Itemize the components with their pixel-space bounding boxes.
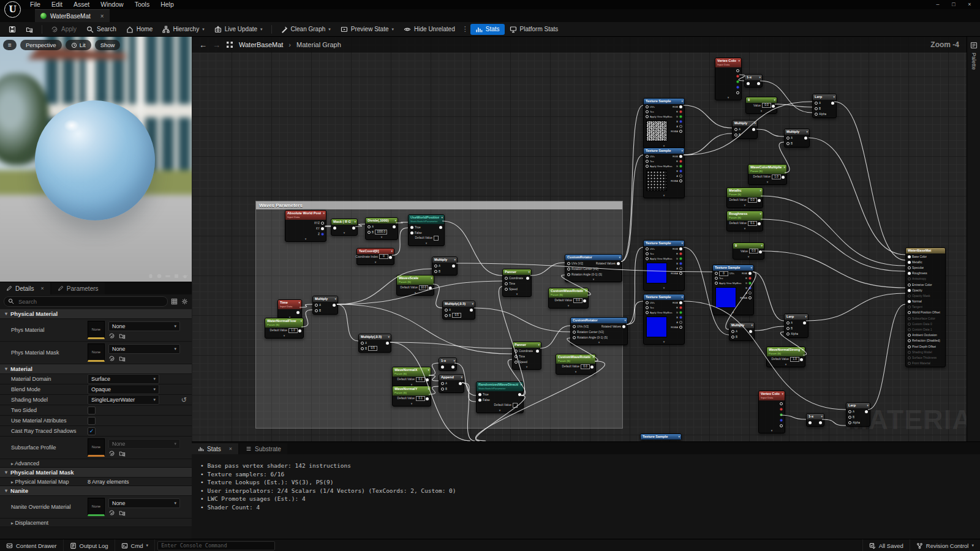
pin[interactable] — [679, 267, 682, 270]
back-arrow-icon[interactable]: ← — [199, 40, 207, 50]
expand-chevron-icon[interactable]: ▾ — [357, 261, 394, 264]
pin[interactable] — [434, 270, 437, 273]
pin[interactable] — [748, 272, 752, 275]
node-header[interactable]: Panner▾ — [513, 342, 541, 348]
pin[interactable] — [908, 345, 911, 348]
browse-to-asset-icon[interactable] — [119, 450, 126, 457]
graph-node-lerp-2[interactable]: Lerp▾ABAlpha — [784, 313, 809, 338]
node-header[interactable]: Divide(,1000)▾ — [366, 218, 398, 223]
pin[interactable] — [470, 309, 473, 312]
pin[interactable] — [567, 262, 570, 265]
pin[interactable] — [865, 410, 868, 413]
pin[interactable] — [731, 330, 734, 333]
pin[interactable] — [736, 75, 739, 78]
breadcrumb-root[interactable]: WaterBaseMat — [239, 41, 283, 48]
graph-node-lerp-1[interactable]: Lerp▾ABAlpha — [812, 94, 837, 118]
graph-node-randomized-wave-direction[interactable]: RandomizedWaveDirectionStaticSwitchParam… — [476, 381, 524, 413]
node-header[interactable]: Multiply▾ — [785, 129, 809, 135]
save-button[interactable] — [4, 24, 21, 35]
blend-mode-dropdown[interactable]: Opaque▾ — [88, 384, 159, 394]
node-header[interactable]: WaveColorMultiplierParam (S)▾ — [748, 165, 786, 174]
value-box[interactable]: 0.1 — [416, 377, 425, 382]
graph-node-waves-scale[interactable]: WavesScaleParam (S)▾Default Value10.0▾ — [396, 275, 434, 296]
value-box[interactable]: 0.0 — [749, 249, 758, 253]
expand-chevron-icon[interactable]: ▾ — [331, 231, 357, 235]
hierarchy-button[interactable]: Hierarchy▾ — [157, 24, 209, 35]
pin[interactable] — [646, 306, 649, 309]
row-displacement[interactable]: ▸ Displacement — [0, 519, 192, 527]
pin[interactable] — [752, 128, 755, 131]
expand-chevron-icon[interactable]: ▾ — [285, 238, 326, 241]
pin[interactable] — [352, 227, 355, 230]
pin[interactable] — [831, 102, 834, 105]
graph-node-append-1[interactable]: Append▾AB — [439, 374, 464, 393]
graph-node-multiply-d[interactable]: Multiply▾AB — [784, 129, 810, 148]
pin[interactable] — [679, 272, 682, 275]
graph-node-multiply-b[interactable]: Multiply▾AB — [432, 257, 458, 276]
pin[interactable] — [567, 268, 570, 271]
node-header[interactable]: Vertex ColorInput Data▾ — [715, 58, 741, 67]
use-selected-asset-icon[interactable] — [108, 450, 115, 457]
expand-chevron-icon[interactable]: ▾ — [767, 363, 805, 367]
expand-chevron-icon[interactable]: ▾ — [513, 365, 541, 369]
pin[interactable] — [780, 408, 783, 411]
value-box[interactable]: 0.0 — [762, 103, 771, 108]
preview-shape-tea-button[interactable] — [181, 272, 188, 279]
expand-chevron-icon[interactable]: ▾ — [397, 291, 434, 295]
pin[interactable] — [622, 325, 625, 328]
pin[interactable] — [514, 355, 518, 358]
pin[interactable] — [478, 393, 481, 396]
pin[interactable] — [567, 273, 570, 276]
expand-chevron-icon[interactable]: ▾ — [748, 181, 786, 184]
graph-node-multiply-05a[interactable]: Multiply(,0.5)▾AB0.5 — [358, 334, 391, 353]
pin[interactable] — [646, 252, 649, 255]
graph-node-wave-normal-strength[interactable]: WaveNormalStrengthParam (S)▾Default Valu… — [766, 347, 805, 367]
pin[interactable] — [908, 300, 911, 303]
node-header[interactable]: 1-x▾ — [807, 414, 824, 419]
forward-arrow-icon[interactable]: → — [213, 40, 221, 50]
pin[interactable] — [368, 231, 371, 234]
preview-state-button[interactable]: Preview State▾ — [336, 24, 399, 35]
live-update-button[interactable]: Live Update▾ — [209, 24, 268, 35]
pin[interactable] — [908, 351, 911, 354]
asset-thumbnail[interactable]: None — [88, 321, 105, 339]
pin[interactable] — [809, 421, 812, 424]
search-button[interactable]: Search — [81, 24, 121, 35]
pin[interactable] — [757, 82, 760, 85]
graph-node-texture-sample-4[interactable]: Texture Sample▾UVsTexApply View MipBiasR… — [643, 240, 685, 291]
expand-chevron-icon[interactable]: ▾ — [644, 194, 684, 198]
pin[interactable] — [815, 102, 818, 105]
pin[interactable] — [679, 165, 682, 168]
pin[interactable] — [333, 304, 336, 307]
pin[interactable] — [445, 309, 448, 312]
section-material[interactable]: ▾Material — [0, 364, 192, 374]
pin[interactable] — [748, 277, 752, 280]
pin[interactable] — [526, 277, 529, 280]
asset-dropdown[interactable]: None▾ — [108, 439, 180, 449]
menu-file[interactable]: File — [24, 0, 46, 9]
value-box[interactable]: 0.1 — [748, 221, 757, 226]
pin[interactable] — [736, 86, 739, 89]
asset-thumbnail[interactable]: None — [88, 498, 105, 516]
pin[interactable] — [780, 402, 783, 405]
asset-dropdown[interactable]: None▾ — [108, 498, 180, 508]
value-box[interactable]: 0.0 — [573, 298, 582, 303]
pin[interactable] — [748, 291, 752, 294]
node-header[interactable]: Multiply(,0.5)▾ — [443, 301, 475, 307]
pin[interactable] — [804, 137, 807, 140]
pin[interactable] — [315, 309, 318, 312]
expand-chevron-icon[interactable]: ▾ — [571, 341, 627, 345]
asset-dropdown[interactable]: None▾ — [108, 321, 180, 331]
pin[interactable] — [780, 413, 783, 416]
material-domain-dropdown[interactable]: Surface▾ — [88, 374, 159, 384]
tab-parameters[interactable]: Parameters — [51, 282, 105, 294]
pin[interactable] — [786, 142, 790, 145]
tab-close-icon[interactable]: × — [100, 13, 104, 20]
expand-chevron-icon[interactable]: ▾ — [409, 242, 444, 246]
pin[interactable] — [908, 339, 911, 342]
default-value-checkbox[interactable] — [434, 236, 439, 241]
pin[interactable] — [441, 388, 444, 391]
browse-to-asset-icon[interactable] — [119, 509, 126, 516]
node-header[interactable]: RoughnessParam (S)▾ — [727, 211, 763, 220]
pin[interactable] — [505, 282, 508, 285]
